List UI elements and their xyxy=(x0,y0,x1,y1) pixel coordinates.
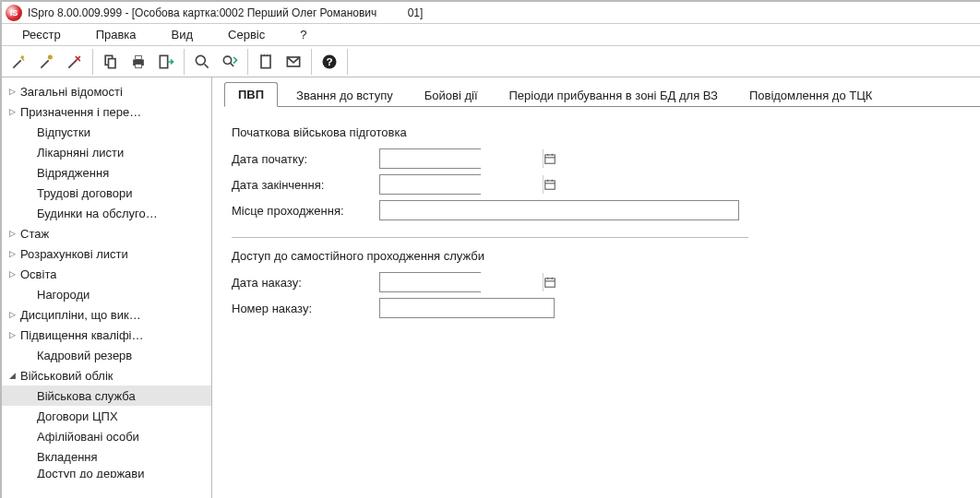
chevron-right-icon[interactable]: ▷ xyxy=(7,87,17,96)
section2-title: Доступ до самостійного проходження служб… xyxy=(232,249,965,263)
order-num-label: Номер наказу: xyxy=(232,302,379,315)
note-icon[interactable] xyxy=(253,49,279,75)
tree-item-label: Вкладення xyxy=(37,450,98,464)
calendar-icon[interactable] xyxy=(543,273,556,291)
tree-item[interactable]: Вкладення xyxy=(2,446,211,467)
tree-item-label: Підвищення кваліфі… xyxy=(20,328,144,342)
chevron-right-icon[interactable]: ▷ xyxy=(7,107,17,116)
tab[interactable]: Повідомлення до ТЦК xyxy=(736,84,886,107)
toolbar-separator xyxy=(247,49,248,75)
start-date-input[interactable] xyxy=(380,149,543,168)
search-icon[interactable] xyxy=(189,49,215,75)
print-icon[interactable] xyxy=(125,49,151,75)
tree-item[interactable]: ▷Підвищення кваліфі… xyxy=(2,325,211,345)
tab[interactable]: Бойові дії xyxy=(412,84,491,107)
tree-item[interactable]: ▷Призначення і пере… xyxy=(2,101,211,122)
mail-icon[interactable] xyxy=(281,49,306,75)
chevron-right-icon[interactable]: ▷ xyxy=(7,269,17,279)
menu-help[interactable]: ? xyxy=(287,24,329,45)
toolbar-separator xyxy=(347,49,348,75)
tab[interactable]: ПВП xyxy=(224,82,278,107)
tree-item[interactable]: Будинки на обслуго… xyxy=(2,203,211,223)
tree-item-label: Доступ до держави xyxy=(37,467,145,478)
chevron-right-icon[interactable]: ▷ xyxy=(7,330,17,339)
tree-item-label: Освіта xyxy=(20,267,56,281)
tree-item-label: Військова служба xyxy=(37,389,136,403)
help-icon[interactable]: ? xyxy=(317,49,342,75)
end-date-field[interactable] xyxy=(379,174,481,195)
tree-item[interactable]: ▷Загальні відомості xyxy=(2,81,211,101)
tree-item-label: Лікарняні листи xyxy=(37,146,124,160)
form-pvp: Початкова військова підготовка Дата поча… xyxy=(217,107,980,337)
content-pane: ПВПЗвання до вступуБойові діїПеріоди при… xyxy=(217,77,980,498)
tree-item-label: Військовий облік xyxy=(20,369,113,383)
svg-point-7 xyxy=(196,55,205,65)
end-date-input[interactable] xyxy=(380,175,543,194)
tree-item[interactable]: Відрядження xyxy=(2,162,211,183)
svg-rect-14 xyxy=(545,181,556,189)
tree-item-label: Афілійовані особи xyxy=(37,430,139,444)
tab[interactable]: Звання до вступу xyxy=(283,84,406,107)
tree-item[interactable]: Лікарняні листи xyxy=(2,142,211,162)
section-divider xyxy=(232,237,748,238)
export-icon[interactable] xyxy=(153,49,179,75)
place-input[interactable] xyxy=(380,201,738,219)
wand-delete-icon[interactable] xyxy=(62,49,88,75)
tree-item-label: Кадровий резерв xyxy=(37,349,132,362)
calendar-icon[interactable] xyxy=(543,149,556,168)
place-field[interactable] xyxy=(379,200,739,220)
svg-point-8 xyxy=(223,56,231,64)
nav-tree: ▷Загальні відомості▷Призначення і пере…В… xyxy=(2,81,211,478)
toolbar-separator xyxy=(92,49,93,75)
copy-icon[interactable] xyxy=(98,49,124,75)
toolbar-separator xyxy=(311,49,312,75)
order-date-input[interactable] xyxy=(380,273,543,291)
wand-new-icon[interactable] xyxy=(6,49,32,75)
search-next-icon[interactable] xyxy=(217,49,243,75)
wand-edit-icon[interactable] xyxy=(34,49,60,75)
tree-item[interactable]: Доступ до держави xyxy=(2,467,211,478)
order-num-input[interactable] xyxy=(380,299,554,317)
order-date-field[interactable] xyxy=(379,272,481,292)
menu-service[interactable]: Сервіс xyxy=(215,24,287,45)
tree-item[interactable]: ▷Розрахункові листи xyxy=(2,243,211,264)
tree-item[interactable]: Афілійовані особи xyxy=(2,426,211,446)
tree-item-label: Призначення і пере… xyxy=(20,105,141,119)
tree-item[interactable]: Військова служба xyxy=(2,385,211,406)
order-num-field[interactable] xyxy=(379,298,555,318)
tree-item[interactable]: ▷Стаж xyxy=(2,223,211,243)
start-date-field[interactable] xyxy=(379,148,481,169)
chevron-down-icon[interactable]: ◢ xyxy=(7,371,17,380)
tree-item-label: Відрядження xyxy=(37,166,109,180)
tree-item[interactable]: Трудові договори xyxy=(2,183,211,203)
tab-bar: ПВПЗвання до вступуБойові діїПеріоди при… xyxy=(224,81,980,107)
tree-item[interactable]: Кадровий резерв xyxy=(2,345,211,365)
tree-item[interactable]: ◢Військовий облік xyxy=(2,365,211,385)
calendar-icon[interactable] xyxy=(543,175,556,194)
menu-registry[interactable]: Реєстр xyxy=(9,24,83,45)
tree-item[interactable]: ▷Дисципліни, що вик… xyxy=(2,304,211,325)
tree-item-label: Відпустки xyxy=(37,125,90,139)
tree-item-label: Стаж xyxy=(20,227,49,241)
menu-view[interactable]: Вид xyxy=(159,24,216,45)
svg-rect-4 xyxy=(136,55,142,59)
chevron-right-icon[interactable]: ▷ xyxy=(7,229,17,238)
tree-item[interactable]: Нагороди xyxy=(2,284,211,304)
main-split: ▷Загальні відомості▷Призначення і пере…В… xyxy=(2,77,980,498)
tree-item[interactable]: ▷Освіта xyxy=(2,264,211,284)
tab[interactable]: Періоди прибування в зоні БД для ВЗ xyxy=(496,84,731,107)
chevron-right-icon[interactable]: ▷ xyxy=(7,249,17,258)
window-title: ISpro 8.00.009.999 - [Особова картка:000… xyxy=(28,6,423,19)
start-date-label: Дата початку: xyxy=(232,152,379,166)
tree-item[interactable]: Договори ЦПХ xyxy=(2,406,211,426)
menu-edit[interactable]: Правка xyxy=(83,24,159,45)
tree-item-label: Трудові договори xyxy=(37,186,133,200)
tree-item-label: Розрахункові листи xyxy=(20,247,128,261)
tree-item-label: Договори ЦПХ xyxy=(37,409,118,423)
tree-item[interactable]: Відпустки xyxy=(2,122,211,142)
chevron-right-icon[interactable]: ▷ xyxy=(7,310,17,319)
end-date-label: Дата закінчення: xyxy=(232,178,379,192)
place-label: Місце проходження: xyxy=(232,204,379,218)
svg-rect-15 xyxy=(545,279,556,287)
tree-item-label: Загальні відомості xyxy=(20,85,123,99)
